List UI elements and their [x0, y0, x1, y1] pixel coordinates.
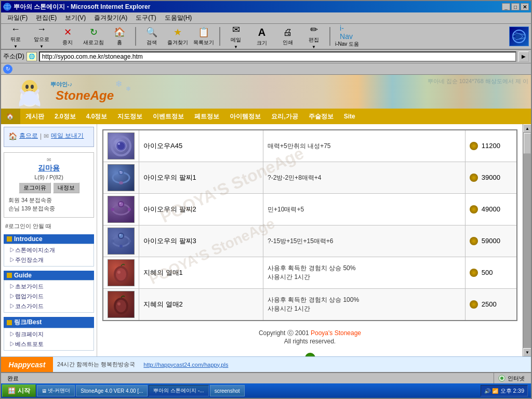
svg-point-23: [111, 208, 114, 211]
menu-tools[interactable]: 도구(T): [131, 12, 160, 23]
inav-button[interactable]: i-Nav i-Nav 도움: [334, 25, 361, 48]
maximize-button[interactable]: □: [511, 3, 520, 10]
profile-buttons: 로그이유 내정보: [8, 182, 89, 193]
taskbar-ie[interactable]: 뿌아의 스톤에이지 -...: [149, 385, 208, 396]
home-small-icon: 🏠: [8, 132, 17, 140]
home-button[interactable]: 🏠 홈: [107, 25, 132, 48]
refresh-icon: ↻: [86, 26, 101, 38]
item-desc: 매력+5만취의 내성+75: [263, 130, 465, 162]
nav-site[interactable]: Site: [339, 109, 361, 124]
mail-small-icon: ✉: [44, 132, 49, 140]
menu-view[interactable]: 보기(V): [61, 12, 90, 23]
stat-member: 회원 34 분접속중: [8, 196, 89, 204]
menu-edit[interactable]: 편집(E): [32, 12, 61, 23]
minimize-button[interactable]: _: [502, 3, 510, 10]
favorites-icon: ★: [170, 26, 185, 38]
taskbar-stoneage[interactable]: StoneAge 4.0 VER 4.00 [...: [76, 385, 148, 396]
scroll-up-button[interactable]: ▲: [523, 124, 531, 132]
system-tray: 🔊 📶 오후 2:39: [481, 385, 528, 396]
nav-spell[interactable]: 주술정보: [303, 109, 339, 124]
sidebar-item-owner-intro[interactable]: ▷주인장소개: [4, 255, 94, 265]
stop-button[interactable]: ✕ 중지: [55, 25, 80, 48]
scroll-down-button[interactable]: ▼: [523, 348, 531, 356]
sidebar-item-course[interactable]: ▷코스가이드: [4, 301, 94, 311]
taskbar-commander[interactable]: 🖥 넷-커맨더: [37, 385, 75, 396]
svg-point-17: [119, 181, 123, 184]
item-price-cell: 49000: [465, 194, 517, 225]
tray-icons: 🔊 📶: [484, 388, 498, 394]
svg-point-30: [119, 245, 123, 248]
forward-button[interactable]: → 앞으로 ▼: [29, 25, 54, 48]
login-note: #로그인이 안될 때: [1, 220, 97, 232]
item-name: 아이오우의 팔찌1: [139, 162, 263, 194]
scroll-thumb[interactable]: [524, 133, 531, 154]
copyright-link[interactable]: Pooya's Stoneage: [311, 329, 361, 337]
favorites-button[interactable]: ★ 즐겨찾기: [165, 25, 190, 48]
refresh-button[interactable]: ↻ 새로고침: [81, 25, 106, 48]
print-button[interactable]: 🖨 인쇄: [275, 25, 300, 48]
coin-icon: [470, 237, 478, 245]
svg-point-7: [31, 85, 34, 89]
address-label: 주소(D): [3, 52, 24, 61]
taskbar-right: 🔊 📶 오후 2:39: [478, 385, 530, 396]
mail-button[interactable]: ✉ 메일 ▼: [223, 25, 248, 48]
main-content[interactable]: 아이오우A45 매력+5만취의 내성+75 11200: [97, 124, 523, 356]
sidebar-item-stoneage-intro[interactable]: ▷스톤에이지소개: [4, 245, 94, 255]
item-price: 2500: [482, 300, 497, 308]
inav-label: i-Nav 도움: [335, 41, 359, 48]
item-desc-multiline: 사용후 획득한 경험치 상승 50% 사용시간 1시간: [263, 257, 465, 289]
scrollbar: ▲ ▼: [523, 124, 531, 356]
size-label: 크기: [257, 39, 267, 47]
close-button[interactable]: ✕: [521, 3, 529, 10]
nav-pet[interactable]: 페트정보: [189, 109, 224, 124]
back-button[interactable]: ← 뒤로 ▼: [3, 25, 28, 48]
nav-map[interactable]: 지도정보: [112, 109, 148, 124]
sidebar-guide-section: Guide ▷초보가이드 ▷랩업가이드 ▷코스가이드: [4, 271, 94, 313]
tray-time: 오후 2:39: [500, 387, 524, 395]
item-price: 11200: [482, 142, 500, 150]
sidebar-item-linkpage[interactable]: ▷링크페이지: [4, 329, 94, 339]
search-button[interactable]: 🔍 검색: [139, 25, 164, 48]
start-button[interactable]: 🪟 시작: [2, 384, 36, 397]
sidebar-links-section: 링크/Best ▷링크페이지 ▷베스트포토: [4, 317, 94, 351]
window-title: 뿌아의 스톤에이지 - Microsoft Internet Explorer: [14, 3, 502, 11]
taskbar-screenshot[interactable]: screenshot: [210, 385, 245, 396]
nav-cooking[interactable]: 요리,가공: [266, 109, 303, 124]
sidebar-item-levelup[interactable]: ▷랩업가이드: [4, 291, 94, 301]
banner-link[interactable]: http://happycast24.com/happy.pls: [139, 362, 232, 368]
nav-home[interactable]: 🏠: [1, 109, 20, 124]
nav-items[interactable]: 아이템정보: [224, 109, 266, 124]
sidebar-item-beginner[interactable]: ▷초보가이드: [4, 282, 94, 291]
sidebar-home-link[interactable]: 홈으로: [19, 131, 38, 140]
sidebar-item-bestphoto[interactable]: ▷베스트포토: [4, 339, 94, 349]
edit-button[interactable]: ✏ 편집 ▼: [301, 25, 326, 48]
nav-event[interactable]: 이벤트정보: [148, 109, 189, 124]
start-icon: 🪟: [8, 387, 16, 394]
menu-file[interactable]: 파일(F): [3, 12, 32, 23]
item-price-cell: 59000: [465, 225, 517, 257]
size-button[interactable]: A 크기: [249, 25, 274, 48]
sidebar-quicklinks: 🏠 홈으로 | ✉ 메일 보내기: [4, 127, 94, 147]
back-arrow: ▼: [14, 44, 18, 49]
item-image-cell: [103, 225, 139, 257]
menu-favorites[interactable]: 즐겨찾기(A): [90, 12, 131, 23]
address-input[interactable]: [39, 51, 516, 62]
address-go-button[interactable]: ▶: [518, 51, 529, 62]
search-label: 검색: [147, 39, 157, 46]
svg-point-6: [25, 85, 29, 89]
nav-board[interactable]: 게시판: [20, 109, 49, 124]
history-button[interactable]: 📋 목록보기: [191, 25, 216, 48]
item-price-cell: 11200: [465, 130, 517, 162]
sidebar-home-row: 🏠 홈으로 | ✉ 메일 보내기: [8, 131, 89, 140]
zone-icon: [498, 375, 506, 382]
sidebar-mail-link[interactable]: 메일 보내기: [51, 131, 84, 140]
menu-help[interactable]: 도움말(H): [161, 12, 196, 23]
login-button[interactable]: 로그이유: [19, 182, 51, 193]
banner-logo: StoneAge: [56, 88, 114, 103]
profile-name[interactable]: 김마용: [8, 164, 89, 173]
nav-info40[interactable]: 4.0정보: [81, 109, 113, 124]
scroll-track[interactable]: [523, 132, 531, 348]
history-icon: 📋: [196, 26, 211, 38]
nav-info20[interactable]: 2.0정보: [49, 109, 81, 124]
myinfo-button[interactable]: 내정보: [53, 182, 79, 193]
